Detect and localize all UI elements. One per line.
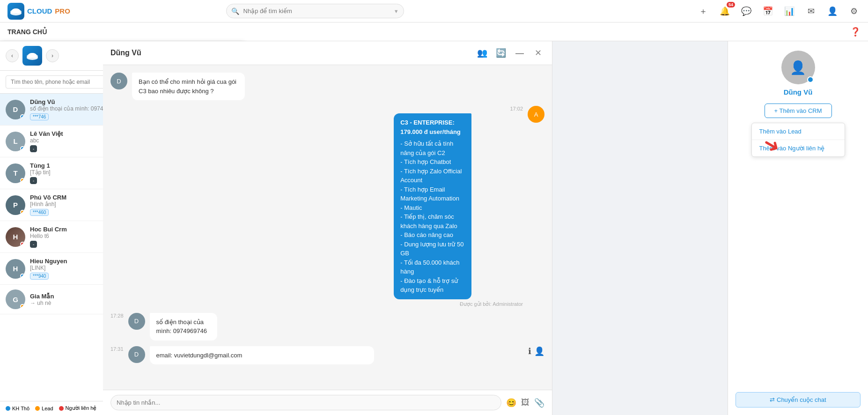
logo-pro: PRO [55,7,70,15]
chat-group-icon[interactable]: 👥 [475,46,489,60]
contact-badge: - [30,241,37,248]
contacts-logo [22,46,42,66]
avatar: G [6,289,25,309]
message-avatar: A [528,106,544,123]
right-footer: ⇄ Chuyển cuộc chat [728,392,868,408]
page-title: TRANG CHỦ [7,28,47,36]
msg-line: - Báo cáo nâng cao [400,230,464,240]
message-row: 17:31 D email: vuvietdungdl@gmail.com ℹ … [110,346,544,365]
msg-line: - Tiếp thị, chăm sóc khách hàng qua Zalo [400,212,464,230]
chat-header: Dũng Vũ 👥 🔄 — ✕ [103,41,552,65]
contact-badge: ***940 [30,273,49,280]
msg-line: - Tích hợp Zalo Official Account [400,167,464,185]
chevron-down-icon: ▼ [394,8,399,14]
help-button[interactable]: ❓ [850,27,861,37]
message-bubble: Bạn có thể cho mình hỏi giá cua gói C3 b… [132,73,245,100]
add-crm-dropdown: Thêm vào Lead Thêm vào Người liên hệ [751,123,845,157]
logo-cloud: CLOUD [27,7,52,15]
chat-messages: D Bạn có thể cho mình hỏi giá cua gói C3… [103,65,552,390]
contacts-next-btn[interactable]: › [46,49,59,62]
navbar: CLOUDPRO 🔍 ▼ ＋ 🔔 54 💬 📅 📊 ✉ 👤 ⚙ [0,0,868,22]
chart-button[interactable]: 📊 [783,5,796,18]
legend-dot-lead [35,406,40,411]
msg-line: - Mautic [400,203,464,213]
info-icon: ℹ [528,346,531,356]
legend-dot-kh [6,406,10,411]
avatar: H [6,227,25,247]
svg-point-7 [28,53,37,58]
search-bar[interactable]: 🔍 ▼ [226,4,404,18]
msg-line: - Tích hợp Chatbot [400,157,464,167]
legend-label-contact: Người liên hệ [66,405,97,411]
red-arrow-container: ➜ [736,162,861,180]
help-icon[interactable]: ❓ [850,27,861,37]
contact-badge: ***460 [30,209,49,216]
chat-input[interactable] [110,395,501,410]
search-input[interactable] [226,4,404,18]
second-bar: TRANG CHỦ ❓ [0,22,868,41]
chat-refresh-icon[interactable]: 🔄 [494,46,508,60]
message-time: 17:31 [110,346,124,352]
avatar: P [6,195,25,215]
notification-badge: 54 [727,2,735,7]
legend-label-kh: KH Thô [12,406,29,411]
message-avatar: D [128,346,145,363]
message-row: 17:28 D số điện thoại của mình: 09749697… [110,313,544,341]
add-to-contact-item[interactable]: Thêm vào Người liên hệ [752,140,845,156]
right-panel: 👤 Dũng Vũ + Thêm vào CRM Thêm vào Lead T… [728,41,868,415]
notification-button[interactable]: 🔔 54 [718,5,731,18]
attachment-icon[interactable]: 📎 [534,398,544,408]
emoji-icon[interactable]: 😊 [506,398,516,408]
calendar-button[interactable]: 📅 [761,5,774,18]
message-row: D Bạn có thể cho mình hỏi giá cua gói C3… [110,73,544,100]
user-status-dot [807,76,814,83]
add-to-crm-button[interactable]: + Thêm vào CRM [765,104,832,118]
right-user-name: Dũng Vũ [784,88,813,96]
contact-badge: - [30,177,37,184]
legend-contact: Người liên hệ [59,405,97,411]
user-button[interactable]: 👤 [826,5,839,18]
legend-lead: Lead [35,405,53,411]
contact-badge: - [30,145,37,152]
logo: CLOUDPRO [7,3,70,20]
avatar: D [6,100,25,119]
avatar: L [6,132,25,151]
chat-minimize-btn[interactable]: — [513,46,527,60]
msg-title: C3 - ENTERPRISE: 179.000 đ user/tháng [400,118,464,136]
msg-line: - Sở hữu tất cả tính năng của gói C2 [400,139,464,157]
avatar: H [6,259,25,279]
message-time: 17:28 [110,313,124,319]
contact-badge: ***746 [30,113,49,120]
msg-line: - Tích hợp Email Marketing Automation [400,185,464,203]
message-avatar: D [128,313,145,330]
settings-button[interactable]: ⚙ [847,5,861,18]
mail-button[interactable]: ✉ [804,5,817,18]
transfer-chat-button[interactable]: ⇄ Chuyển cuộc chat [736,392,861,408]
message-avatar: D [110,73,127,89]
chat-close-btn[interactable]: ✕ [531,46,544,59]
message-sender: Được gửi bởi: Administrator [394,301,523,307]
svg-point-3 [12,8,20,13]
chat-title: Dũng Vũ [110,49,471,57]
chat-panel: Dũng Vũ 👥 🔄 — ✕ D Bạn có thể cho mình hỏ… [103,41,552,415]
msg-line: - Đào tạo & hỗ trợ sử dụng trực tuyến [400,276,464,295]
legend-label-lead: Lead [42,406,53,411]
contacts-prev-btn[interactable]: ‹ [6,49,19,62]
add-to-lead-item[interactable]: Thêm vào Lead [752,123,845,140]
navbar-actions: ＋ 🔔 54 💬 📅 📊 ✉ 👤 ⚙ [697,5,861,18]
legend-dot-contact [59,406,64,411]
message-bubble: số điện thoại của mình: 0974969746 [150,313,218,341]
legend-kh-tho: KH Thô [6,405,29,411]
message-row: 17:02 C3 - ENTERPRISE: 179.000 đ user/th… [110,106,544,307]
user-avatar: 👤 [781,51,815,84]
chat-input-area: 😊 🖼 📎 [103,390,552,415]
logo-icon [7,3,24,20]
user-icon: 👤 [534,346,544,356]
image-icon[interactable]: 🖼 [521,398,530,408]
message-icons: ℹ 👤 [528,346,544,356]
add-button[interactable]: ＋ [697,5,710,18]
message-bubble: C3 - ENTERPRISE: 179.000 đ user/tháng - … [394,113,471,299]
chat-button[interactable]: 💬 [740,5,753,18]
main-content: My Dashboard Phân tích lead theo tình tr… [0,41,868,415]
msg-line: - Tối đa 50.000 khách hàng [400,258,464,276]
